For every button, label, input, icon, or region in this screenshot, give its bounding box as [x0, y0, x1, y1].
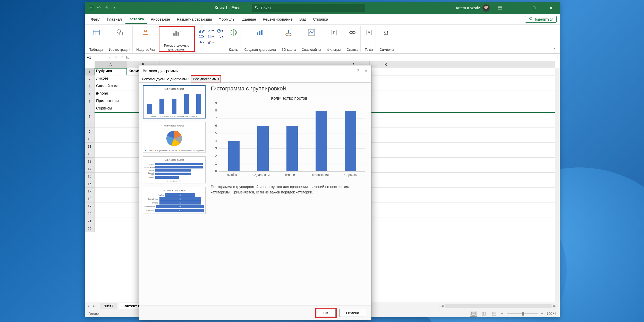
- undo-icon[interactable]: ↶: [96, 5, 102, 11]
- sheet-tab[interactable]: Лист7: [100, 303, 117, 309]
- row-header[interactable]: 5: [85, 98, 94, 105]
- redo-icon[interactable]: ↷: [103, 5, 109, 11]
- row-header[interactable]: 19: [85, 202, 94, 210]
- ribbon-addins[interactable]: Надстройки: [134, 26, 157, 52]
- row-header[interactable]: 20: [85, 210, 94, 217]
- vertical-scrollbar[interactable]: [555, 68, 560, 302]
- ribbon-illustrations[interactable]: Иллюстрации: [107, 26, 133, 52]
- tab-home[interactable]: Главная: [104, 15, 125, 23]
- zoom-in-button[interactable]: +: [541, 312, 543, 316]
- row-header[interactable]: 6: [85, 105, 94, 113]
- minimize-button[interactable]: ─: [510, 2, 524, 14]
- cell[interactable]: [95, 202, 127, 210]
- ribbon-link[interactable]: Ссылка: [344, 26, 361, 52]
- chart-thumbnail-column[interactable]: Количество постов Ликбез Сделай сам iPho…: [143, 85, 206, 118]
- row-header[interactable]: 1: [85, 68, 94, 75]
- dialog-help-button[interactable]: ?: [357, 68, 359, 73]
- cell[interactable]: [95, 120, 127, 128]
- column-header[interactable]: [402, 61, 555, 68]
- row-header[interactable]: 4: [85, 90, 94, 98]
- dialog-tab-recommended[interactable]: Рекомендуемые диаграммы: [140, 76, 191, 82]
- cell[interactable]: [95, 188, 127, 195]
- tab-file[interactable]: Файл: [88, 15, 104, 23]
- row-header[interactable]: 15: [85, 173, 94, 180]
- scatter-chart-icon[interactable]: ▾: [217, 34, 223, 39]
- ribbon-symbols[interactable]: Ω Символы: [377, 26, 396, 52]
- tab-formulas[interactable]: Формулы: [216, 15, 239, 23]
- chart-thumbnail-pie[interactable]: Количество постов ■Ликбез ■Сделай сам ■i…: [143, 122, 206, 153]
- zoom-level[interactable]: 100 %: [547, 312, 556, 316]
- cell[interactable]: [95, 165, 127, 172]
- ribbon-sparklines[interactable]: Спарклайны: [300, 26, 323, 52]
- cancel-button[interactable]: Отмена: [339, 309, 366, 317]
- chart-thumbnail-funnel[interactable]: Заголовок диаграммы Ликбез4 Сделай сам6 …: [143, 187, 206, 214]
- cell[interactable]: [95, 217, 127, 225]
- zoom-slider[interactable]: [507, 313, 538, 314]
- cell[interactable]: iPhone: [95, 90, 127, 98]
- cell[interactable]: [95, 180, 127, 187]
- ribbon-filters[interactable]: Фильтры: [325, 26, 343, 52]
- row-header[interactable]: 21: [85, 217, 94, 225]
- dialog-tab-all[interactable]: Все диаграммы: [191, 76, 221, 82]
- column-header[interactable]: A: [95, 61, 127, 68]
- hierarchy-chart-icon[interactable]: ▾: [198, 34, 205, 39]
- zoom-out-button[interactable]: −: [501, 312, 503, 316]
- share-button[interactable]: Поделиться: [525, 16, 557, 23]
- row-header[interactable]: 7: [85, 113, 94, 120]
- qat-customize-icon[interactable]: ▾: [111, 5, 117, 11]
- close-button[interactable]: ✕: [544, 2, 558, 14]
- horizontal-scrollbar[interactable]: ◄ ►: [439, 304, 558, 308]
- cell[interactable]: [95, 143, 127, 150]
- cell[interactable]: [95, 158, 127, 165]
- cell[interactable]: Сервисы: [95, 105, 127, 112]
- row-header[interactable]: 18: [85, 195, 94, 202]
- user-account[interactable]: Artem Kozoriz: [456, 4, 490, 12]
- row-header[interactable]: 17: [85, 188, 94, 195]
- row-header[interactable]: 2: [85, 75, 94, 83]
- cell[interactable]: [95, 135, 127, 142]
- column-header[interactable]: K: [370, 61, 402, 68]
- tab-data[interactable]: Данные: [239, 15, 259, 23]
- tab-review[interactable]: Рецензирование: [260, 15, 296, 23]
- pie-chart-icon[interactable]: ▾: [217, 28, 223, 33]
- row-header[interactable]: 16: [85, 180, 94, 188]
- cell[interactable]: [95, 113, 127, 120]
- cell[interactable]: [95, 210, 127, 217]
- view-normal-icon[interactable]: [470, 311, 477, 317]
- chart-thumbnail-bar[interactable]: Количество постов Сервисы Приложения iPh…: [143, 156, 206, 183]
- combo-chart-icon[interactable]: ▾: [208, 40, 214, 45]
- ribbon-chart-types[interactable]: ▾ ▾ ▾ ▾ ▾ ▾ ▾ ▾: [196, 26, 225, 52]
- tab-draw[interactable]: Рисование: [148, 15, 173, 23]
- cell[interactable]: Сделай сам: [95, 83, 127, 90]
- cell[interactable]: [95, 225, 127, 232]
- cell[interactable]: [95, 128, 127, 135]
- ribbon-maps[interactable]: Карты: [227, 26, 241, 52]
- ribbon-display-icon[interactable]: [493, 2, 507, 14]
- row-header[interactable]: 22: [85, 225, 94, 232]
- tab-pagelayout[interactable]: Разметка страницы: [174, 15, 215, 23]
- ribbon-3dmap[interactable]: 3D-карта: [280, 26, 298, 52]
- row-header[interactable]: 11: [85, 143, 94, 150]
- fx-confirm-icon[interactable]: ✓: [120, 55, 123, 60]
- search-input[interactable]: Поиск: [252, 4, 365, 12]
- row-header[interactable]: 9: [85, 128, 94, 135]
- cell[interactable]: Ликбез: [95, 75, 127, 83]
- ok-button[interactable]: OK: [317, 309, 336, 317]
- ribbon-tables[interactable]: Таблицы: [87, 26, 105, 52]
- row-header[interactable]: 13: [85, 158, 94, 165]
- sheet-nav-next-icon[interactable]: ►: [92, 304, 96, 308]
- sheet-nav-prev-icon[interactable]: ◄: [87, 304, 90, 308]
- tab-help[interactable]: Справка: [310, 15, 331, 23]
- collapse-ribbon-icon[interactable]: ⌃: [553, 48, 556, 52]
- ribbon-pivotchart[interactable]: Сводная диаграмма: [242, 26, 278, 52]
- fx-cancel-icon[interactable]: ✕: [115, 55, 118, 60]
- row-header[interactable]: 12: [85, 150, 94, 158]
- maximize-button[interactable]: ☐: [527, 2, 541, 14]
- view-pagebreak-icon[interactable]: [491, 311, 497, 317]
- save-icon[interactable]: [88, 5, 94, 11]
- statistic-chart-icon[interactable]: ▾: [208, 34, 214, 39]
- name-box[interactable]: A1 ▾: [85, 54, 112, 61]
- waterfall-chart-icon[interactable]: ▾: [198, 40, 205, 45]
- ribbon-recommended-charts[interactable]: ? Рекомендуемые диаграммы: [159, 26, 195, 52]
- dialog-close-button[interactable]: ✕: [364, 68, 368, 73]
